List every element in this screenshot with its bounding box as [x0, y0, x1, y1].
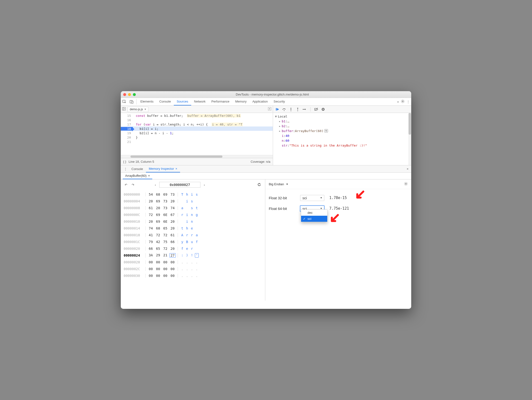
- dropdown-option[interactable]: dec: [301, 210, 327, 216]
- drawer-tab-console[interactable]: Console: [129, 165, 146, 172]
- hex-row[interactable]: 000000243A292127:)!': [124, 252, 262, 259]
- code-editor[interactable]: 15const buffer = b1.buffer; buffer = Arr…: [121, 113, 273, 155]
- svg-rect-4: [122, 107, 125, 110]
- panel-tab-performance[interactable]: Performance: [208, 98, 232, 105]
- panel-tab-security[interactable]: Security: [271, 98, 288, 105]
- float64-row: Float 64-bit sci▼ 7.75e-121: [269, 203, 408, 214]
- settings-gear-icon[interactable]: [404, 182, 408, 186]
- code-line[interactable]: 17for (var i = str.length; i < n; ++i) {…: [121, 122, 273, 126]
- hex-row[interactable]: 0000003000000000....: [124, 272, 262, 279]
- scope-row[interactable]: ▸b2: …: [273, 124, 411, 128]
- step-icon[interactable]: [303, 107, 306, 111]
- annotation-arrow-icon: [329, 214, 339, 223]
- drawer-close-icon[interactable]: ×: [404, 165, 411, 172]
- mode-dropdown[interactable]: decsci: [301, 209, 327, 222]
- endian-selector[interactable]: Big Endian▼: [269, 182, 288, 186]
- titlebar: DevTools - memory-inspector.glitch.me/de…: [121, 91, 411, 98]
- code-line[interactable]: 15const buffer = b1.buffer; buffer = Arr…: [121, 113, 273, 118]
- minimize-window-button[interactable]: [128, 93, 131, 96]
- close-icon[interactable]: ×: [148, 174, 150, 178]
- prev-page-icon[interactable]: ‹: [154, 183, 157, 187]
- memory-nav: ↶ ↷ ‹ ›: [124, 182, 262, 188]
- svg-point-8: [284, 110, 284, 111]
- panel-tab-elements[interactable]: Elements: [137, 98, 156, 105]
- reveal-memory-icon[interactable]: ⧉: [324, 129, 328, 133]
- code-line[interactable]: 16: [121, 118, 273, 122]
- hex-row[interactable]: 0000002066657220fer: [124, 245, 262, 252]
- hex-row[interactable]: 0000001474686520the: [124, 225, 262, 232]
- panel-tab-memory[interactable]: Memory: [232, 98, 250, 105]
- dropdown-option[interactable]: sci: [301, 216, 327, 222]
- memory-values-panel: Big Endian▼ Float 32-bit sci▼ 1.78e-15: [265, 179, 411, 301]
- drawer: ⋮ Console Memory Inspector× × ArrayBuffe…: [121, 165, 411, 301]
- file-name: demo-js.js: [130, 108, 143, 111]
- hex-row[interactable]: 0000000054686973This: [124, 191, 262, 198]
- scope-panel[interactable]: ▼Local ▸b1: …▸b2: …▸buffer: ArrayBuffer(…: [273, 113, 411, 165]
- navigator-toggle-icon[interactable]: [122, 107, 126, 111]
- undo-icon[interactable]: ↶: [124, 183, 128, 187]
- scope-row[interactable]: ▸buffer: ArrayBuffer(60)⧉: [273, 128, 411, 133]
- refresh-icon[interactable]: [256, 182, 262, 188]
- hex-row[interactable]: 0000002C00000000....: [124, 266, 262, 272]
- svg-rect-2: [132, 101, 133, 103]
- close-tab-icon[interactable]: ×: [144, 108, 146, 111]
- code-line[interactable]: 21: [121, 140, 273, 144]
- inspect-element-icon[interactable]: [121, 98, 128, 105]
- overflow-tabs-icon[interactable]: »: [397, 100, 399, 104]
- hex-row[interactable]: 0000002800000000....: [124, 259, 262, 266]
- code-line[interactable]: 19 b2[i] = n - i - 1;: [121, 131, 273, 135]
- step-into-icon[interactable]: [289, 107, 293, 111]
- address-input[interactable]: [159, 182, 200, 188]
- vertical-scrollbar[interactable]: [408, 113, 411, 165]
- window-title: DevTools - memory-inspector.glitch.me/de…: [136, 93, 409, 96]
- hex-row[interactable]: 0000001020696E20 in: [124, 218, 262, 225]
- panel-tab-sources[interactable]: Sources: [174, 98, 191, 105]
- float32-mode-select[interactable]: sci▼: [300, 195, 324, 201]
- zoom-window-button[interactable]: [133, 93, 136, 96]
- deactivate-breakpoints-icon[interactable]: [314, 107, 318, 111]
- resume-icon[interactable]: [275, 107, 279, 111]
- svg-point-19: [405, 183, 406, 184]
- hex-row[interactable]: 0000000420697320 is: [124, 198, 262, 205]
- buffer-tab[interactable]: ArrayBuffer(60)×: [123, 173, 152, 179]
- devtools-window: DevTools - memory-inspector.glitch.me/de…: [121, 91, 411, 309]
- drawer-tabs: ⋮ Console Memory Inspector× ×: [121, 165, 411, 173]
- close-icon[interactable]: ×: [175, 167, 177, 170]
- pretty-print-icon[interactable]: { }: [123, 160, 126, 163]
- device-toggle-icon[interactable]: [128, 98, 135, 105]
- svg-point-14: [303, 109, 303, 110]
- drawer-menu-icon[interactable]: ⋮: [122, 165, 129, 172]
- panel-tab-console[interactable]: Console: [156, 98, 174, 105]
- svg-point-3: [402, 101, 403, 102]
- step-out-icon[interactable]: [296, 107, 300, 111]
- panel-tab-network[interactable]: Network: [191, 98, 209, 105]
- coverage-status: Coverage: n/a: [251, 160, 270, 163]
- scope-row[interactable]: n: 60: [273, 138, 411, 143]
- kebab-menu-icon[interactable]: ⋮: [407, 100, 410, 104]
- step-over-icon[interactable]: [282, 107, 286, 111]
- scope-title: Local: [278, 115, 287, 118]
- pause-exceptions-icon[interactable]: [321, 107, 325, 111]
- horizontal-scrollbar[interactable]: [121, 155, 273, 158]
- hex-row[interactable]: 0000000861207374a st: [124, 205, 262, 211]
- hex-row[interactable]: 0000001841727261Arra: [124, 232, 262, 238]
- file-tab[interactable]: demo-js.js ×: [128, 107, 148, 112]
- hex-row[interactable]: 0000000C72696E67ring: [124, 211, 262, 218]
- float32-row: Float 32-bit sci▼ 1.78e-15: [269, 193, 408, 203]
- code-line[interactable]: 18 b1[i] = i;: [121, 126, 273, 131]
- code-line[interactable]: 20}: [121, 135, 273, 140]
- hex-grid[interactable]: 0000000054686973This0000000420697320 is …: [124, 191, 262, 279]
- next-page-icon[interactable]: ›: [203, 183, 206, 187]
- hex-row[interactable]: 0000001C79427566yBuf: [124, 238, 262, 245]
- drawer-tab-memory-inspector[interactable]: Memory Inspector×: [146, 165, 180, 172]
- panel-tab-application[interactable]: Application: [250, 98, 271, 105]
- run-snippet-icon[interactable]: [268, 107, 271, 111]
- svg-rect-7: [276, 108, 277, 111]
- scope-row[interactable]: ▸b1: …: [273, 119, 411, 124]
- svg-point-16: [322, 108, 325, 111]
- settings-gear-icon[interactable]: [401, 99, 405, 104]
- scope-row[interactable]: str: "This is a string in the ArrayBuffe…: [273, 143, 411, 148]
- scope-row[interactable]: i: 40: [273, 133, 411, 138]
- close-window-button[interactable]: [123, 93, 126, 96]
- redo-icon[interactable]: ↷: [131, 183, 135, 187]
